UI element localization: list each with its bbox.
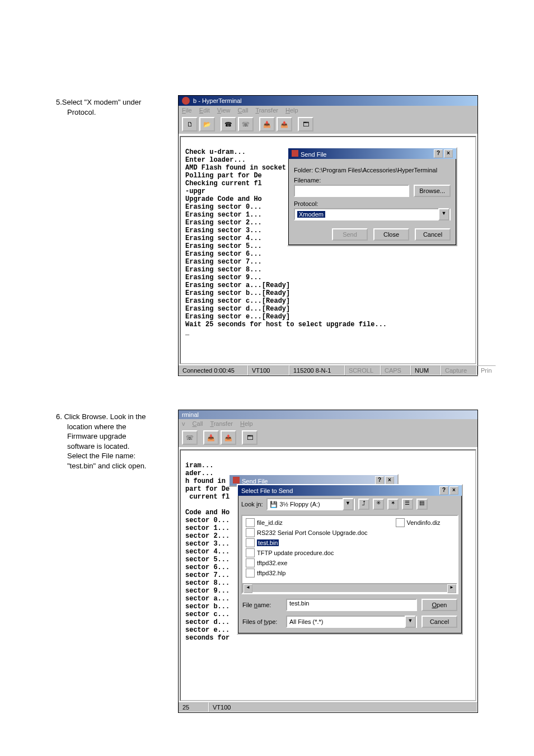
- toolbar: ☏ 📥 📤 🗔: [179, 428, 477, 448]
- help-button[interactable]: ?: [434, 149, 443, 158]
- file-item[interactable]: TFTP update procedure.doc: [246, 548, 368, 557]
- detail-view-icon[interactable]: ▤: [416, 499, 428, 510]
- toolbar-hangup-icon[interactable]: ☏: [182, 430, 198, 445]
- open-button[interactable]: Open: [421, 599, 457, 611]
- dialog-body: Folder: C:\Program Files\Accessories\Hyp…: [288, 159, 456, 245]
- help-button[interactable]: ?: [375, 476, 384, 485]
- dialog-title: Select File to Send: [241, 487, 293, 494]
- menu-help[interactable]: Help: [240, 420, 253, 427]
- file-name: TFTP update procedure.doc: [257, 550, 334, 556]
- toolbar-receive-icon[interactable]: 📤: [277, 117, 292, 132]
- toolbar-sep: [238, 430, 240, 445]
- menu-edit[interactable]: Edit: [199, 107, 210, 114]
- toolbar-send-icon[interactable]: 📥: [203, 430, 219, 445]
- dropdown-icon[interactable]: ▼: [438, 208, 449, 220]
- dialog-icon: [292, 150, 298, 157]
- file-name: file_id.diz: [257, 519, 283, 526]
- statusbar: 25 VT100: [179, 702, 477, 712]
- lookin-value: 3½ Floppy (A:): [280, 501, 320, 508]
- dropdown-icon[interactable]: ▼: [405, 616, 416, 628]
- toolbar-new-icon[interactable]: 🗋: [182, 117, 198, 132]
- close-button[interactable]: ×: [444, 149, 453, 158]
- file-name: Vendinfo.diz: [407, 519, 441, 526]
- status-capture: Capture: [441, 365, 477, 375]
- file-item[interactable]: tftpd32.hlp: [246, 569, 368, 577]
- close-button[interactable]: ×: [449, 486, 458, 495]
- help-button[interactable]: ?: [439, 486, 448, 495]
- doc-icon: [246, 548, 255, 557]
- fb-toolbar: Look in: 💾3½ Floppy (A:) ▼ ⮥ ✳ ✶ ☰ ▤: [238, 496, 462, 513]
- select-file-dialog: Select File to Send ? × Look in: 💾3½ Flo…: [237, 484, 463, 635]
- close-dlg-button[interactable]: Close: [373, 228, 409, 241]
- menu-file[interactable]: File: [182, 107, 192, 114]
- up-folder-icon[interactable]: ⮥: [358, 499, 369, 510]
- filename-label: Filename:: [294, 177, 451, 184]
- status-scroll: SCROLL: [345, 365, 381, 375]
- menu-call[interactable]: Call: [193, 420, 203, 427]
- dropdown-icon[interactable]: ▼: [343, 498, 354, 510]
- menu-view[interactable]: View: [217, 107, 231, 114]
- menu-call[interactable]: Call: [238, 107, 249, 114]
- protocol-row: Xmodem ▼: [294, 208, 451, 220]
- file-item-selected[interactable]: test.bin: [246, 538, 368, 547]
- scroll-right-icon[interactable]: ►: [447, 584, 456, 593]
- menu-transfer[interactable]: Transfer: [255, 107, 278, 114]
- toolbar-sep: [199, 430, 202, 445]
- filename-input[interactable]: test.bin: [286, 599, 417, 611]
- dialog-titlebar: Select File to Send ? ×: [238, 485, 462, 496]
- toolbar-props-icon[interactable]: 🗔: [298, 117, 313, 132]
- file-name: RS232 Serial Port Console Upgrade.doc: [257, 529, 368, 536]
- dialog-title-buttons: ? ×: [439, 486, 458, 495]
- filetype-label: Files of type:: [242, 618, 282, 625]
- dialog-title-buttons: ? ×: [375, 476, 394, 485]
- file-name: tftpd32.exe: [257, 560, 287, 566]
- terminal-area: iram... ader... h found in socket part f…: [180, 449, 476, 701]
- statusbar: Connected 0:00:45 VT100 115200 8-N-1 SCR…: [179, 365, 477, 375]
- h-scrollbar[interactable]: ◄►: [242, 583, 457, 593]
- hyperterminal-icon: [182, 97, 190, 105]
- filetype-row: Files of type: All Files (*.*) ▼ Cancel: [238, 613, 462, 633]
- dialog-titlebar: Send File ? ×: [288, 148, 456, 159]
- close-button[interactable]: ×: [385, 476, 394, 485]
- toolbar-hangup-icon[interactable]: ☏: [238, 117, 254, 132]
- browse-button[interactable]: Browse...: [414, 185, 451, 197]
- menu-help[interactable]: Help: [285, 107, 298, 114]
- filename-label: File name:: [242, 602, 282, 608]
- window-titlebar: rminal: [179, 410, 477, 419]
- filetype-select[interactable]: All Files (*.*) ▼: [286, 616, 417, 628]
- file-item[interactable]: tftpd32.exe: [246, 558, 368, 567]
- toolbar-receive-icon[interactable]: 📤: [221, 430, 236, 445]
- folder-row: Folder: C:\Program Files\Accessories\Hyp…: [294, 167, 451, 173]
- scroll-left-icon[interactable]: ◄: [243, 584, 252, 593]
- list-view-icon[interactable]: ☰: [402, 499, 413, 510]
- terminal-area: Check u-dram... Enter loader... AMD Flas…: [180, 136, 476, 364]
- file-item[interactable]: Vendinfo.diz: [396, 518, 441, 527]
- file-item[interactable]: file_id.diz: [246, 518, 368, 527]
- new-folder-icon[interactable]: ✶: [387, 499, 399, 510]
- lookin-select[interactable]: 💾3½ Floppy (A:) ▼: [266, 498, 355, 510]
- send-button[interactable]: Send: [332, 228, 368, 241]
- cancel-button[interactable]: Cancel: [415, 228, 451, 241]
- file-item[interactable]: RS232 Serial Port Console Upgrade.doc: [246, 528, 368, 537]
- step-5-body: Protocol.: [56, 107, 168, 118]
- dialog-title-buttons: ? ×: [434, 149, 453, 158]
- toolbar-call-icon[interactable]: ☎: [221, 117, 236, 132]
- step-6-l4: Select the File name:: [56, 451, 168, 461]
- step-5-text: 5.Select "X modem" under Protocol.: [56, 95, 168, 117]
- protocol-select[interactable]: Xmodem ▼: [294, 208, 451, 220]
- toolbar-send-icon[interactable]: 📥: [259, 117, 275, 132]
- menu-v[interactable]: v: [182, 420, 185, 427]
- menu-transfer[interactable]: Transfer: [210, 420, 233, 427]
- desktop-icon[interactable]: ✳: [373, 499, 384, 510]
- toolbar-open-icon[interactable]: 📂: [199, 117, 215, 132]
- toolbar-props-icon[interactable]: 🗔: [242, 430, 257, 445]
- folder-label: Folder:: [294, 167, 313, 173]
- cancel-button[interactable]: Cancel: [421, 616, 457, 628]
- file-list[interactable]: file_id.diz RS232 Serial Port Console Up…: [241, 515, 458, 594]
- filename-input[interactable]: [294, 185, 409, 197]
- step-5-head: 5.Select "X modem" under: [56, 97, 168, 107]
- step-6-head: 6. Click Browse. Look in the: [56, 412, 168, 422]
- status-params: 115200 8-N-1: [289, 365, 345, 375]
- step-6-l5: "test.bin" and click open.: [56, 461, 168, 471]
- page: 5.Select "X modem" under Protocol. b - H…: [0, 0, 534, 756]
